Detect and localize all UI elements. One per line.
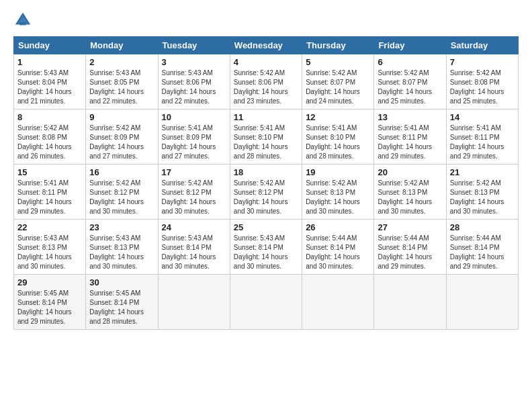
- day-cell: [158, 275, 230, 330]
- sunrise-text: Sunrise: 5:41 AMSunset: 8:11 PMDaylight:…: [450, 124, 504, 160]
- sunrise-text: Sunrise: 5:42 AMSunset: 8:13 PMDaylight:…: [378, 179, 432, 215]
- col-header-monday: Monday: [86, 37, 158, 54]
- logo: [13, 11, 34, 30]
- week-row-5: 29Sunrise: 5:45 AMSunset: 8:14 PMDayligh…: [14, 275, 519, 330]
- day-cell: [374, 275, 446, 330]
- day-number: 3: [162, 57, 226, 67]
- day-number: 18: [234, 167, 298, 177]
- day-cell: 5Sunrise: 5:42 AMSunset: 8:07 PMDaylight…: [302, 54, 374, 109]
- day-cell: 30Sunrise: 5:45 AMSunset: 8:14 PMDayligh…: [86, 275, 158, 330]
- day-cell: 11Sunrise: 5:41 AMSunset: 8:10 PMDayligh…: [230, 109, 302, 165]
- sunrise-text: Sunrise: 5:43 AMSunset: 8:06 PMDaylight:…: [162, 69, 216, 105]
- sunrise-text: Sunrise: 5:44 AMSunset: 8:14 PMDaylight:…: [378, 234, 432, 270]
- day-number: 29: [17, 277, 82, 287]
- sunrise-text: Sunrise: 5:41 AMSunset: 8:09 PMDaylight:…: [162, 124, 216, 160]
- day-cell: 13Sunrise: 5:41 AMSunset: 8:11 PMDayligh…: [374, 109, 446, 165]
- day-cell: 2Sunrise: 5:43 AMSunset: 8:05 PMDaylight…: [86, 54, 158, 109]
- day-cell: [302, 275, 374, 330]
- day-cell: 7Sunrise: 5:42 AMSunset: 8:08 PMDaylight…: [446, 54, 518, 109]
- sunrise-text: Sunrise: 5:43 AMSunset: 8:04 PMDaylight:…: [17, 69, 72, 105]
- page: SundayMondayTuesdayWednesdayThursdayFrid…: [0, 0, 532, 340]
- day-number: 13: [378, 112, 442, 122]
- sunrise-text: Sunrise: 5:43 AMSunset: 8:13 PMDaylight:…: [89, 234, 144, 270]
- sunrise-text: Sunrise: 5:43 AMSunset: 8:14 PMDaylight:…: [234, 234, 288, 270]
- day-cell: 28Sunrise: 5:44 AMSunset: 8:14 PMDayligh…: [446, 220, 518, 275]
- day-number: 7: [450, 57, 515, 67]
- week-row-1: 1Sunrise: 5:43 AMSunset: 8:04 PMDaylight…: [14, 54, 519, 109]
- day-number: 25: [234, 222, 298, 232]
- sunrise-text: Sunrise: 5:42 AMSunset: 8:06 PMDaylight:…: [234, 69, 288, 105]
- week-row-2: 8Sunrise: 5:42 AMSunset: 8:08 PMDaylight…: [14, 109, 519, 165]
- day-cell: 15Sunrise: 5:41 AMSunset: 8:11 PMDayligh…: [14, 165, 86, 220]
- day-number: 28: [450, 222, 515, 232]
- col-header-sunday: Sunday: [14, 37, 86, 54]
- day-number: 24: [162, 222, 226, 232]
- sunrise-text: Sunrise: 5:42 AMSunset: 8:09 PMDaylight:…: [89, 124, 144, 160]
- day-cell: 1Sunrise: 5:43 AMSunset: 8:04 PMDaylight…: [14, 54, 86, 109]
- day-cell: 17Sunrise: 5:42 AMSunset: 8:12 PMDayligh…: [158, 165, 230, 220]
- sunrise-text: Sunrise: 5:41 AMSunset: 8:11 PMDaylight:…: [17, 179, 72, 215]
- sunrise-text: Sunrise: 5:41 AMSunset: 8:11 PMDaylight:…: [378, 124, 432, 160]
- sunrise-text: Sunrise: 5:43 AMSunset: 8:14 PMDaylight:…: [162, 234, 216, 270]
- day-number: 1: [17, 57, 82, 67]
- header-area: [13, 11, 519, 30]
- day-number: 30: [89, 277, 154, 287]
- col-header-saturday: Saturday: [446, 37, 518, 54]
- day-cell: 3Sunrise: 5:43 AMSunset: 8:06 PMDaylight…: [158, 54, 230, 109]
- day-cell: 8Sunrise: 5:42 AMSunset: 8:08 PMDaylight…: [14, 109, 86, 165]
- day-number: 2: [89, 57, 154, 67]
- day-number: 26: [306, 222, 370, 232]
- day-cell: 29Sunrise: 5:45 AMSunset: 8:14 PMDayligh…: [14, 275, 86, 330]
- sunrise-text: Sunrise: 5:42 AMSunset: 8:12 PMDaylight:…: [89, 179, 144, 215]
- day-cell: 25Sunrise: 5:43 AMSunset: 8:14 PMDayligh…: [230, 220, 302, 275]
- day-number: 27: [378, 222, 442, 232]
- day-cell: 24Sunrise: 5:43 AMSunset: 8:14 PMDayligh…: [158, 220, 230, 275]
- day-cell: 19Sunrise: 5:42 AMSunset: 8:13 PMDayligh…: [302, 165, 374, 220]
- day-number: 21: [450, 167, 515, 177]
- day-number: 8: [17, 112, 82, 122]
- week-row-4: 22Sunrise: 5:43 AMSunset: 8:13 PMDayligh…: [14, 220, 519, 275]
- day-number: 5: [306, 57, 370, 67]
- day-number: 4: [234, 57, 298, 67]
- day-cell: 16Sunrise: 5:42 AMSunset: 8:12 PMDayligh…: [86, 165, 158, 220]
- day-number: 17: [162, 167, 226, 177]
- sunrise-text: Sunrise: 5:42 AMSunset: 8:13 PMDaylight:…: [450, 179, 504, 215]
- day-cell: 26Sunrise: 5:44 AMSunset: 8:14 PMDayligh…: [302, 220, 374, 275]
- sunrise-text: Sunrise: 5:42 AMSunset: 8:12 PMDaylight:…: [234, 179, 288, 215]
- day-cell: 22Sunrise: 5:43 AMSunset: 8:13 PMDayligh…: [14, 220, 86, 275]
- col-header-thursday: Thursday: [302, 37, 374, 54]
- day-number: 14: [450, 112, 515, 122]
- day-number: 10: [162, 112, 226, 122]
- sunrise-text: Sunrise: 5:42 AMSunset: 8:12 PMDaylight:…: [162, 179, 216, 215]
- day-number: 15: [17, 167, 82, 177]
- sunrise-text: Sunrise: 5:42 AMSunset: 8:08 PMDaylight:…: [17, 124, 72, 160]
- col-header-tuesday: Tuesday: [158, 37, 230, 54]
- calendar-table: SundayMondayTuesdayWednesdayThursdayFrid…: [13, 36, 519, 330]
- day-cell: 18Sunrise: 5:42 AMSunset: 8:12 PMDayligh…: [230, 165, 302, 220]
- col-header-wednesday: Wednesday: [230, 37, 302, 54]
- svg-rect-2: [19, 22, 26, 26]
- day-cell: 20Sunrise: 5:42 AMSunset: 8:13 PMDayligh…: [374, 165, 446, 220]
- day-cell: 23Sunrise: 5:43 AMSunset: 8:13 PMDayligh…: [86, 220, 158, 275]
- sunrise-text: Sunrise: 5:42 AMSunset: 8:13 PMDaylight:…: [306, 179, 360, 215]
- day-cell: 12Sunrise: 5:41 AMSunset: 8:10 PMDayligh…: [302, 109, 374, 165]
- day-number: 12: [306, 112, 370, 122]
- sunrise-text: Sunrise: 5:44 AMSunset: 8:14 PMDaylight:…: [306, 234, 360, 270]
- day-number: 20: [378, 167, 442, 177]
- week-row-3: 15Sunrise: 5:41 AMSunset: 8:11 PMDayligh…: [14, 165, 519, 220]
- day-number: 16: [89, 167, 154, 177]
- col-header-friday: Friday: [374, 37, 446, 54]
- sunrise-text: Sunrise: 5:43 AMSunset: 8:05 PMDaylight:…: [89, 69, 144, 105]
- sunrise-text: Sunrise: 5:42 AMSunset: 8:08 PMDaylight:…: [450, 69, 504, 105]
- sunrise-text: Sunrise: 5:44 AMSunset: 8:14 PMDaylight:…: [450, 234, 504, 270]
- day-cell: 6Sunrise: 5:42 AMSunset: 8:07 PMDaylight…: [374, 54, 446, 109]
- day-number: 9: [89, 112, 154, 122]
- sunrise-text: Sunrise: 5:41 AMSunset: 8:10 PMDaylight:…: [234, 124, 288, 160]
- day-cell: 21Sunrise: 5:42 AMSunset: 8:13 PMDayligh…: [446, 165, 518, 220]
- sunrise-text: Sunrise: 5:45 AMSunset: 8:14 PMDaylight:…: [89, 289, 144, 325]
- day-number: 22: [17, 222, 82, 232]
- day-cell: 27Sunrise: 5:44 AMSunset: 8:14 PMDayligh…: [374, 220, 446, 275]
- day-number: 19: [306, 167, 370, 177]
- day-cell: 9Sunrise: 5:42 AMSunset: 8:09 PMDaylight…: [86, 109, 158, 165]
- day-cell: [446, 275, 518, 330]
